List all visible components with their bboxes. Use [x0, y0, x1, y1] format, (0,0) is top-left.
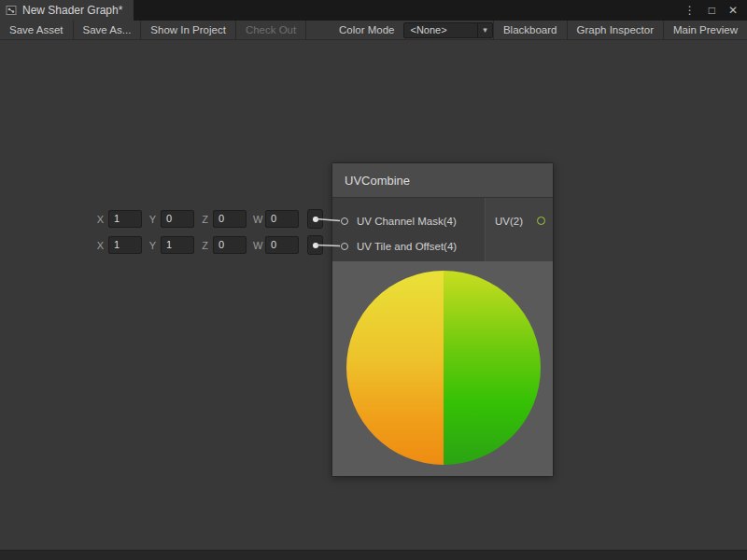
port-dot-icon	[313, 217, 318, 222]
input-port-row: UV Tile and Offset(4)	[332, 233, 485, 259]
field-label-z[interactable]: Z	[201, 214, 209, 225]
check-out-button: Check Out	[236, 21, 306, 39]
field-label-x[interactable]: X	[96, 214, 105, 225]
z-value-field[interactable]: 0	[213, 236, 247, 254]
save-as-button[interactable]: Save As...	[74, 21, 142, 39]
vector-output-port[interactable]	[307, 235, 323, 255]
input-ports: UV Channel Mask(4) UV Tile and Offset(4)	[332, 198, 485, 261]
vector-field-w: W 0	[253, 236, 299, 254]
tab-new-shader-graph[interactable]: New Shader Graph*	[0, 0, 134, 21]
uvcombine-node[interactable]: UVCombine UV Channel Mask(4) UV Tile and…	[331, 162, 554, 477]
shader-graph-window: New Shader Graph* ⋮ □ ✕ Save Asset Save …	[0, 0, 747, 560]
toolbar-gap	[306, 21, 330, 39]
input-port-icon[interactable]	[341, 243, 348, 250]
field-label-w[interactable]: W	[253, 214, 261, 225]
vector-field-x: X 1	[96, 236, 142, 254]
field-label-y[interactable]: Y	[148, 214, 157, 225]
window-controls: ⋮ □ ✕	[684, 0, 747, 21]
title-bar: New Shader Graph* ⋮ □ ✕	[0, 0, 747, 21]
field-label-z[interactable]: Z	[201, 240, 209, 251]
vector-field-z: Z 0	[201, 210, 247, 228]
vector-field-w: W 0	[253, 210, 299, 228]
output-port-label: UV(2)	[495, 216, 537, 227]
vector-field-y: Y 0	[148, 210, 194, 228]
main-preview-toggle-button[interactable]: Main Preview	[663, 21, 747, 39]
w-value-field[interactable]: 0	[265, 236, 299, 254]
window-bottom-edge	[0, 550, 747, 560]
input-port-label: UV Tile and Offset(4)	[357, 241, 457, 252]
tab-title: New Shader Graph*	[22, 4, 122, 17]
z-value-field[interactable]: 0	[213, 210, 247, 228]
sphere-right-half	[444, 271, 541, 465]
node-preview	[332, 261, 553, 476]
w-value-field[interactable]: 0	[265, 210, 299, 228]
menu-icon[interactable]: ⋮	[684, 0, 696, 21]
vector-field-y: Y 1	[148, 236, 194, 254]
node-title: UVCombine	[345, 174, 410, 188]
color-mode-label: Color Mode	[330, 21, 398, 39]
shader-graph-icon	[6, 5, 17, 16]
blackboard-toggle-button[interactable]: Blackboard	[493, 21, 567, 39]
input-port-label: UV Channel Mask(4)	[357, 216, 457, 227]
y-value-field[interactable]: 0	[161, 210, 194, 228]
field-label-w[interactable]: W	[253, 240, 261, 251]
field-label-y[interactable]: Y	[148, 240, 157, 251]
show-in-project-button[interactable]: Show In Project	[141, 21, 236, 39]
node-ports: UV Channel Mask(4) UV Tile and Offset(4)…	[332, 198, 553, 261]
field-label-x[interactable]: X	[96, 240, 105, 251]
sphere-left-half	[346, 271, 444, 465]
graph-inspector-toggle-button[interactable]: Graph Inspector	[567, 21, 663, 39]
chevron-down-icon: ▾	[477, 23, 492, 37]
vector-output-port[interactable]	[307, 209, 323, 229]
close-icon[interactable]: ✕	[728, 0, 738, 21]
vector4-node-channel-mask[interactable]: X 1 Y 0 Z 0 W 0	[96, 209, 323, 229]
node-header[interactable]: UVCombine	[332, 163, 553, 198]
color-mode-value: <None>	[404, 24, 477, 35]
vector-field-z: Z 0	[201, 236, 247, 254]
x-value-field[interactable]: 1	[108, 210, 142, 228]
uv-preview-sphere	[346, 271, 541, 465]
output-port-row: UV(2)	[486, 208, 553, 233]
y-value-field[interactable]: 1	[161, 236, 194, 254]
save-asset-button[interactable]: Save Asset	[0, 21, 74, 39]
output-ports: UV(2)	[486, 198, 553, 261]
x-value-field[interactable]: 1	[108, 236, 142, 254]
vector-field-x: X 1	[96, 210, 142, 228]
output-port-icon[interactable]	[537, 217, 545, 225]
port-dot-icon	[313, 243, 318, 248]
maximize-icon[interactable]: □	[709, 0, 715, 21]
color-mode-dropdown[interactable]: <None> ▾	[403, 22, 493, 38]
vector4-node-tile-offset[interactable]: X 1 Y 1 Z 0 W 0	[96, 235, 323, 255]
toolbar: Save Asset Save As... Show In Project Ch…	[0, 21, 747, 40]
input-port-row: UV Channel Mask(4)	[332, 208, 485, 233]
input-port-icon[interactable]	[341, 217, 348, 225]
